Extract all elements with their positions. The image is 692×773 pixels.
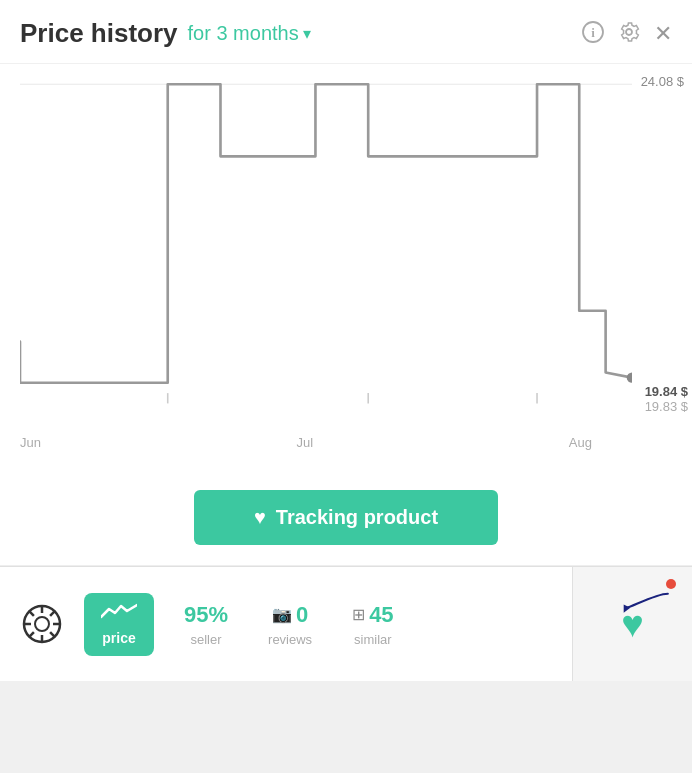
similar-icon: ⊞ (352, 605, 365, 624)
month-jun: Jun (20, 435, 41, 450)
similar-label: similar (354, 632, 392, 647)
svg-marker-17 (624, 605, 631, 613)
svg-line-15 (50, 611, 55, 616)
svg-point-3 (627, 373, 632, 383)
reviews-value: 0 (296, 602, 308, 628)
arrow-icon (622, 587, 672, 621)
price-prev: 19.83 $ (645, 399, 688, 414)
period-selector[interactable]: for 3 months ▾ (188, 22, 311, 45)
header-icons: i ✕ (582, 21, 672, 47)
header: Price history for 3 months ▾ i ✕ (0, 0, 692, 64)
tracking-product-button[interactable]: ♥ Tracking product (194, 490, 498, 545)
tracking-button-area: ♥ Tracking product (0, 474, 692, 566)
tracking-button-label: Tracking product (276, 506, 438, 529)
month-jul: Jul (297, 435, 314, 450)
heart-panel[interactable]: ♥ (572, 567, 692, 681)
seller-value: 95% (184, 602, 228, 628)
settings-button[interactable] (618, 21, 640, 47)
bulb-icon (20, 602, 64, 646)
heart-icon: ♥ (254, 506, 266, 529)
svg-text:i: i (591, 25, 595, 40)
info-button[interactable]: i (582, 21, 604, 47)
svg-point-8 (35, 617, 49, 631)
page-title: Price history (20, 18, 178, 49)
seller-label: seller (190, 632, 221, 647)
similar-value: 45 (369, 602, 393, 628)
chart-wave-icon (101, 603, 137, 626)
seller-stat: 95% seller (174, 602, 238, 647)
svg-line-16 (29, 632, 34, 637)
bulb-button[interactable] (20, 602, 64, 646)
month-labels: Jun Jul Aug (20, 435, 632, 450)
chart-area: 24.08 $ Jun Jul Aug 19.84 $ 19.83 $ (0, 64, 692, 474)
price-current: 19.84 $ (645, 384, 688, 399)
close-button[interactable]: ✕ (654, 23, 672, 45)
chevron-down-icon: ▾ (303, 24, 311, 43)
price-tab[interactable]: price (84, 593, 154, 656)
bottom-bar: price 95% seller 📷 0 reviews ⊞ 45 (0, 566, 692, 681)
reviews-label: reviews (268, 632, 312, 647)
month-aug: Aug (569, 435, 592, 450)
svg-line-14 (50, 632, 55, 637)
svg-line-13 (29, 611, 34, 616)
reviews-stat: 📷 0 reviews (258, 602, 322, 647)
current-price-labels: 19.84 $ 19.83 $ (645, 384, 688, 414)
price-tab-label: price (102, 630, 135, 646)
similar-stat: ⊞ 45 similar (342, 602, 403, 647)
notification-dot (666, 579, 676, 589)
chart-price-high: 24.08 $ (641, 74, 684, 89)
price-chart (20, 74, 632, 424)
bottom-left: price 95% seller 📷 0 reviews ⊞ 45 (0, 567, 572, 681)
period-label: for 3 months (188, 22, 299, 45)
camera-icon: 📷 (272, 605, 292, 624)
